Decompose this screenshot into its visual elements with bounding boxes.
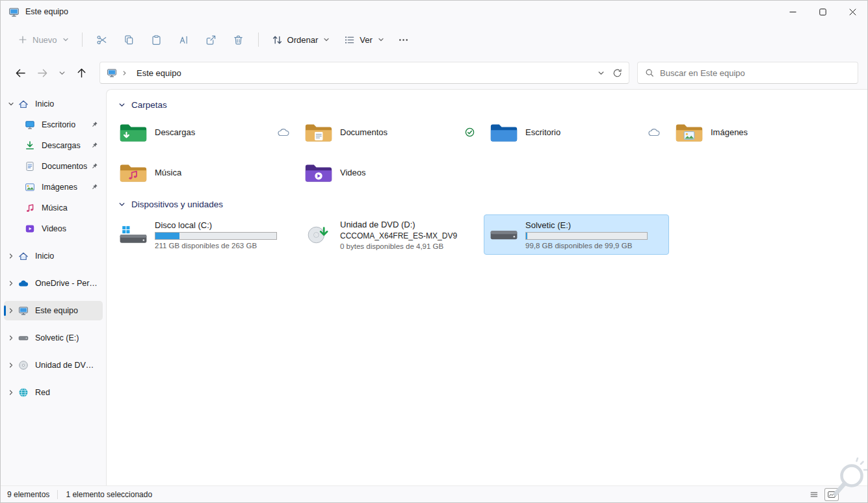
search-icon [645, 68, 654, 77]
address-dropdown-button[interactable] [598, 70, 605, 77]
more-options-button[interactable] [392, 28, 415, 51]
sidebar-item-descargas[interactable]: Descargas [4, 136, 103, 155]
check-status-icon [465, 127, 478, 137]
view-icon [344, 34, 355, 45]
navigation-pane: InicioEscritorioDescargasDocumentosImáge… [1, 89, 106, 485]
sort-button-label: Ordenar [287, 35, 319, 45]
pin-icon [90, 162, 98, 170]
address-bar[interactable]: Este equipo [99, 62, 629, 84]
folder-tile-videos[interactable]: Videos [298, 155, 484, 189]
up-button[interactable] [71, 62, 92, 83]
chevron-right-icon[interactable] [5, 362, 17, 368]
chevron-right-icon[interactable] [5, 389, 17, 396]
sidebar-item-onedrive-personal[interactable]: OneDrive - Personal [4, 274, 103, 293]
sidebar-item-solvetic-e[interactable]: Solvetic (E:) [4, 328, 103, 348]
folder-pictures-icon [675, 122, 704, 143]
new-button[interactable]: Nuevo [11, 29, 75, 50]
sidebar-item-inicio[interactable]: Inicio [4, 246, 103, 266]
chevron-down-icon [59, 70, 66, 77]
sidebar-item-este-equipo[interactable]: Este equipo [4, 301, 103, 320]
rename-button[interactable] [171, 28, 197, 51]
maximize-button[interactable] [808, 1, 837, 23]
drive-tile-disco-local-c[interactable]: Disco local (C:)211 GB disponibles de 26… [113, 214, 298, 255]
folder-tile-escritorio[interactable]: Escritorio [484, 115, 669, 149]
chevron-right-icon[interactable] [5, 307, 17, 314]
hard-drive-large-icon [490, 226, 518, 244]
chevron-down-icon[interactable] [5, 101, 17, 107]
close-button[interactable] [837, 1, 867, 23]
search-box [637, 62, 858, 84]
copy-button[interactable] [116, 28, 142, 51]
chevron-right-icon[interactable] [5, 280, 17, 287]
folder-downloads-icon [119, 122, 148, 143]
folder-tile-descargas[interactable]: Descargas [113, 115, 298, 149]
folder-tile-documentos[interactable]: Documentos [298, 115, 484, 149]
sidebar-item-musica[interactable]: Música [4, 198, 103, 218]
minimize-button[interactable] [778, 1, 808, 23]
folder-downloads-icon [119, 122, 148, 143]
details-view-button[interactable] [807, 488, 821, 501]
search-input[interactable] [660, 68, 850, 78]
drive-icon [18, 333, 29, 343]
folder-tile-imagenes[interactable]: Imágenes [669, 115, 854, 149]
breadcrumb[interactable]: Este equipo [132, 66, 186, 80]
folder-name: Música [155, 168, 181, 177]
share-button[interactable] [198, 28, 224, 51]
section-header[interactable]: Carpetas [113, 95, 861, 115]
folder-tile-musica[interactable]: Música [113, 155, 298, 189]
capacity-bar [525, 232, 648, 240]
sidebar-item-label: Este equipo [35, 306, 78, 315]
drive-info: Disco local (C:)211 GB disponibles de 26… [155, 220, 277, 250]
paste-button[interactable] [144, 28, 170, 51]
up-arrow-icon [76, 68, 87, 79]
drive-tile-unidad-de-dvd-d[interactable]: Unidad de DVD (D:)CCCOMA_X64FRE_ES-MX_DV… [298, 214, 484, 255]
capacity-bar-fill [155, 233, 179, 239]
sidebar-item-imagenes[interactable]: Imágenes [4, 177, 103, 197]
sidebar-item-label: Música [42, 203, 68, 213]
home-icon [18, 99, 29, 109]
drive-tile-solvetic-e[interactable]: Solvetic (E:)99,8 GB disponibles de 99,9… [484, 214, 669, 255]
section-dispositivos-y-unidades: Dispositivos y unidadesDisco local (C:)2… [113, 194, 861, 255]
documents-icon [25, 161, 35, 172]
sidebar-item-label: Inicio [35, 99, 54, 109]
close-icon [848, 7, 858, 17]
folder-documents-icon [304, 122, 333, 143]
forward-arrow-icon [37, 68, 48, 79]
downloads-icon [25, 140, 35, 151]
drive-name: Solvetic (E:) [525, 220, 648, 230]
sidebar-item-unidad-de-dvd-d[interactable]: Unidad de DVD (D:) [4, 355, 103, 375]
sidebar-item-red[interactable]: Red [4, 383, 103, 402]
drive-info: Unidad de DVD (D:)CCCOMA_X64FRE_ES-MX_DV… [340, 220, 457, 250]
sidebar-item-videos[interactable]: Videos [4, 219, 103, 239]
chevron-down-icon [62, 36, 69, 43]
plus-icon [18, 34, 28, 45]
network-icon [18, 387, 29, 398]
sidebar-item-escritorio[interactable]: Escritorio [4, 115, 103, 135]
refresh-button[interactable] [612, 68, 622, 78]
delete-button[interactable] [226, 28, 252, 51]
chevron-right-icon [122, 70, 127, 76]
back-button[interactable] [10, 62, 31, 83]
forward-button[interactable] [32, 62, 53, 83]
large-icons-view-button[interactable] [824, 488, 839, 501]
computer-icon [8, 6, 20, 18]
cut-button[interactable] [89, 28, 115, 51]
network-icon [17, 387, 30, 398]
search-icon [645, 68, 654, 77]
videos-icon [25, 224, 35, 234]
chevron-right-icon [8, 253, 14, 259]
chevron-right-icon[interactable] [5, 253, 17, 259]
capacity-bar-fill [526, 233, 527, 239]
chevron-right-icon[interactable] [5, 335, 17, 341]
view-icon [344, 34, 355, 45]
sidebar-item-inicio[interactable]: Inicio [4, 94, 103, 114]
sidebar-item-label: Descargas [42, 141, 81, 150]
recent-locations-button[interactable] [54, 62, 70, 83]
check-status-icon [465, 127, 475, 137]
sidebar-item-documentos[interactable]: Documentos [4, 157, 103, 176]
section-title: Dispositivos y unidades [131, 200, 223, 209]
section-header[interactable]: Dispositivos y unidades [113, 194, 861, 214]
music-icon [25, 203, 35, 213]
view-button[interactable]: Ver [337, 29, 391, 51]
sort-button[interactable]: Ordenar [265, 29, 337, 51]
